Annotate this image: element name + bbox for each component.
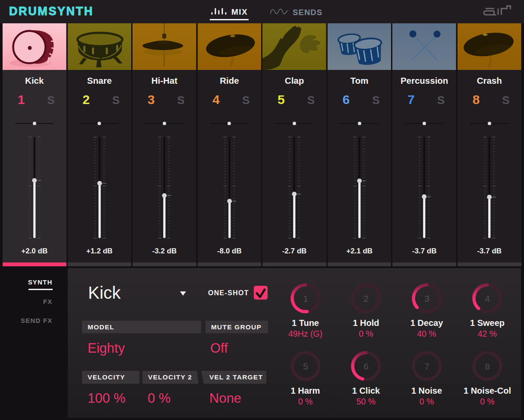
svg-text:4: 4 — [485, 294, 490, 303]
svg-text:2: 2 — [363, 294, 369, 303]
svg-text:8: 8 — [485, 361, 490, 371]
svg-text:7: 7 — [424, 361, 429, 371]
svg-text:6: 6 — [363, 361, 369, 371]
svg-text:3: 3 — [424, 294, 429, 303]
svg-text:1: 1 — [303, 294, 308, 303]
svg-text:5: 5 — [303, 361, 308, 371]
